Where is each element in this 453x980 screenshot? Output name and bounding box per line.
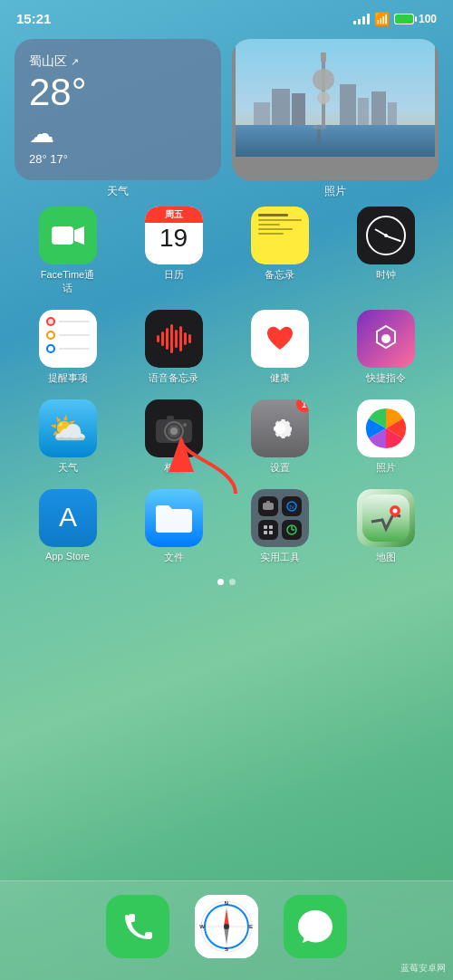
svg-rect-2 (322, 57, 325, 125)
svg-text:tv: tv (289, 504, 294, 510)
svg-rect-6 (272, 89, 290, 125)
weather-location: 蜀山区 ↗ (29, 53, 207, 70)
svg-rect-1 (236, 125, 435, 157)
battery-percent: 100 (419, 13, 437, 25)
camera-label: 相机 (164, 461, 184, 475)
weather-widget[interactable]: 蜀山区 ↗ 28° ☁ 28° 17° (14, 39, 221, 180)
weather-app-label: 天气 (58, 461, 78, 475)
weather-range: 28° 17° (29, 152, 207, 166)
appstore-label: App Store (45, 551, 90, 562)
app-appstore[interactable]: A App Store (14, 489, 120, 564)
messages-icon (284, 895, 347, 958)
app-weather[interactable]: ⛅ 天气 (14, 399, 120, 475)
phone-icon (106, 895, 169, 958)
weather-condition-icon: ☁ (29, 119, 207, 149)
voicememos-icon (145, 310, 203, 368)
dock-phone[interactable] (106, 895, 169, 958)
app-calendar[interactable]: 周五 19 日历 (120, 207, 226, 295)
location-arrow-icon: ↗ (71, 56, 79, 68)
svg-rect-10 (371, 91, 386, 125)
shortcuts-icon (357, 310, 415, 368)
svg-point-23 (183, 423, 187, 427)
photos-widget-label: 照片 (232, 184, 439, 199)
app-maps[interactable]: 地图 (333, 489, 439, 564)
app-camera[interactable]: 相机 (120, 399, 226, 475)
page-dot-1[interactable] (217, 579, 224, 585)
svg-text:E: E (249, 924, 253, 929)
app-shortcuts[interactable]: 快捷指令 (333, 310, 439, 385)
svg-rect-29 (264, 525, 267, 529)
photos-widget-col: 照片 (232, 39, 439, 199)
shortcuts-label: 快捷指令 (366, 371, 406, 385)
app-grid: FaceTime通话 周五 19 日历 (14, 207, 439, 564)
svg-point-38 (392, 509, 397, 514)
svg-text:N: N (225, 900, 228, 906)
photos-app-icon (357, 399, 415, 457)
app-voicememos[interactable]: 语音备忘录 (120, 310, 226, 385)
status-icons: 📶 100 (353, 12, 437, 26)
svg-rect-25 (263, 503, 274, 510)
battery-icon (394, 14, 414, 24)
clock-icon (357, 207, 415, 264)
app-utilities[interactable]: tv 实用工具 (226, 489, 333, 564)
calendar-icon: 周五 19 (145, 207, 203, 264)
dock-messages[interactable] (284, 895, 347, 958)
app-notes[interactable]: 备忘录 (226, 207, 333, 295)
svg-rect-15 (52, 226, 73, 245)
watermark: 蓝莓安卓网 (400, 962, 446, 975)
svg-rect-9 (358, 98, 369, 125)
app-reminders[interactable]: 提醒事项 (14, 310, 120, 385)
health-label: 健康 (270, 371, 290, 385)
reminders-label: 提醒事项 (48, 371, 88, 385)
svg-rect-31 (264, 531, 267, 534)
maps-label: 地图 (376, 551, 396, 564)
widgets-row: 蜀山区 ↗ 28° ☁ 28° 17° 天气 (14, 39, 439, 199)
svg-point-4 (317, 91, 330, 104)
wifi-icon: 📶 (374, 12, 390, 26)
appstore-icon: A (39, 489, 97, 547)
app-photos[interactable]: 照片 (333, 399, 439, 475)
reminders-icon (39, 310, 97, 368)
app-clock[interactable]: 时钟 (333, 207, 439, 295)
svg-text:W: W (199, 924, 205, 929)
calendar-weekday: 周五 (145, 207, 203, 223)
svg-rect-32 (269, 531, 273, 534)
files-icon (145, 489, 203, 547)
photos-widget[interactable] (232, 39, 439, 180)
notes-icon (251, 207, 309, 264)
weather-temperature: 28° (29, 73, 207, 111)
svg-point-17 (381, 334, 390, 343)
svg-point-48 (224, 924, 229, 929)
photos-app-label: 照片 (376, 461, 396, 475)
weather-app-icon: ⛅ (39, 399, 97, 457)
page-dots (14, 579, 439, 585)
app-facetime[interactable]: FaceTime通话 (14, 207, 120, 295)
notes-label: 备忘录 (265, 268, 294, 282)
svg-rect-5 (321, 53, 326, 62)
facetime-label: FaceTime通话 (36, 268, 100, 295)
app-health[interactable]: 健康 (226, 310, 333, 385)
dock-safari[interactable]: N S E W (195, 895, 258, 958)
camera-icon (145, 399, 203, 457)
app-files[interactable]: 文件 (120, 489, 226, 564)
svg-rect-7 (292, 93, 305, 125)
svg-marker-16 (74, 226, 84, 245)
svg-rect-26 (266, 501, 270, 503)
clock-label: 时钟 (376, 268, 396, 282)
app-settings[interactable]: 1 设置 (226, 399, 333, 475)
settings-label: 设置 (270, 461, 290, 475)
svg-point-14 (313, 124, 327, 130)
svg-text:S: S (225, 946, 228, 952)
maps-icon (357, 489, 415, 547)
svg-rect-36 (362, 495, 410, 542)
utilities-label: 实用工具 (260, 551, 300, 564)
safari-icon: N S E W (195, 895, 258, 958)
svg-point-21 (170, 428, 178, 435)
facetime-icon (39, 207, 97, 264)
weather-widget-col: 蜀山区 ↗ 28° ☁ 28° 17° 天气 (14, 39, 221, 199)
signal-bars-icon (353, 14, 370, 24)
settings-icon-wrapper: 1 (251, 399, 309, 457)
calendar-label: 日历 (164, 268, 184, 282)
page-dot-2[interactable] (229, 579, 236, 585)
svg-rect-8 (340, 84, 356, 125)
